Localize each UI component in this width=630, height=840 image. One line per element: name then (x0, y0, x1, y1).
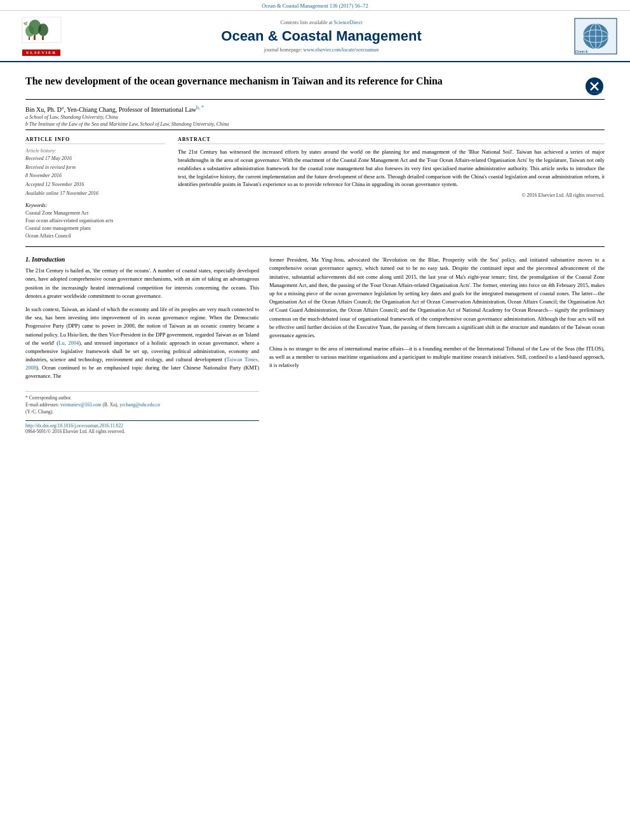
content-area: The new development of the ocean governa… (0, 62, 630, 441)
citation-text: Ocean & Coastal Management 136 (2017) 56… (262, 3, 368, 9)
ref-taiwan-link[interactable]: Taiwan Times, 2008 (25, 356, 259, 371)
intro-section-title: 1. Introduction (25, 256, 259, 263)
journal-title-area: Contents lists available at ScienceDirec… (76, 20, 566, 53)
svg-text:Ocean &: Ocean & (575, 50, 588, 53)
affiliation-a: a School of Law, Shandong University, Ch… (25, 114, 605, 120)
footnote-section: * Corresponding author. E-mail addresses… (25, 391, 259, 416)
ref-lu-link[interactable]: Lu, 2004 (58, 340, 79, 346)
globe-icon: Ocean & Coastal Mgmt (574, 18, 617, 55)
revised-date: Received in revised form 8 November 2016 (25, 164, 165, 180)
copyright-line: © 2016 Elsevier Ltd. All rights reserved… (178, 192, 605, 198)
elsevier-logo-area: 🌿 ELSEVIER (13, 16, 76, 56)
journal-main-title: Ocean & Coastal Management (76, 28, 566, 44)
email-link-2[interactable]: ycchang@sdu.edu.cn (119, 402, 160, 408)
svg-text:CrossMark: CrossMark (589, 91, 602, 94)
abstract-text: The 21st Century has witnessed the incre… (178, 148, 605, 189)
main-body: 1. Introduction The 21st Century is hail… (25, 247, 605, 434)
authors-section: Bin Xu, Ph. Da, Yen-Chiang Chang, Profes… (25, 100, 605, 130)
authors-line: Bin Xu, Ph. Da, Yen-Chiang Chang, Profes… (25, 105, 605, 113)
svg-point-3 (38, 23, 48, 36)
footnote-email: E-mail addresses: veintuniev@163.com (B.… (25, 401, 259, 416)
footnote-corresponding: * Corresponding author. (25, 394, 259, 401)
crossmark-icon: CrossMark (586, 77, 603, 95)
journal-homepage: journal homepage: www.elsevier.com/locat… (76, 47, 566, 53)
crossmark-area: CrossMark (586, 77, 605, 95)
intro-paragraph-1: The 21st Century is hailed as, 'the cent… (25, 267, 259, 300)
history-label: Article history: (25, 148, 165, 154)
svg-rect-6 (42, 36, 44, 40)
article-info-column: ARTICLE INFO Article history: Received 1… (25, 137, 165, 240)
author-chang: , Yen-Chiang Chang, Professor of Interna… (64, 106, 197, 113)
article-dates: Received 17 May 2016 Received in revised… (25, 155, 165, 197)
author-super-b: b, * (196, 105, 204, 110)
journal-citation: Ocean & Coastal Management 136 (2017) 56… (0, 0, 630, 11)
right-column: former President, Ma Ying-Jeou, advocate… (269, 256, 605, 434)
keyword-4: Ocean Affairs Council (25, 232, 165, 240)
affiliation-b: b The Institute of the Law of the Sea an… (25, 121, 605, 127)
right-paragraph-1: former President, Ma Ying-Jeou, advocate… (269, 256, 605, 340)
sciencedirect-line: Contents lists available at ScienceDirec… (76, 20, 566, 25)
article-title: The new development of the ocean governa… (25, 75, 443, 88)
keyword-2: Four ocean affairs-related organisation … (25, 217, 165, 225)
svg-point-4 (25, 25, 34, 37)
doi-link: http://dx.doi.org/10.1016/j.ocecoaman.20… (25, 423, 259, 429)
globe-icon-area: Ocean & Coastal Mgmt (566, 18, 617, 55)
available-date: Available online 17 November 2016 (25, 190, 165, 198)
author-bin-xu: Bin Xu, Ph. D (25, 106, 62, 113)
svg-rect-5 (34, 35, 36, 40)
doi-href[interactable]: http://dx.doi.org/10.1016/j.ocecoaman.20… (25, 423, 123, 429)
article-info-abstract: ARTICLE INFO Article history: Received 1… (25, 130, 605, 247)
received-date: Received 17 May 2016 (25, 155, 165, 163)
journal-header: 🌿 ELSEVIER Contents lists available at S… (0, 11, 630, 62)
keywords-label: Keywords: (25, 203, 165, 208)
svg-rect-7 (29, 37, 30, 40)
doi-section: http://dx.doi.org/10.1016/j.ocecoaman.20… (25, 420, 259, 434)
svg-text:🌿: 🌿 (23, 22, 28, 26)
right-paragraph-2: China is no stranger to the area of inte… (269, 345, 605, 370)
email-link-1[interactable]: veintuniev@163.com (60, 402, 102, 408)
article-info-header: ARTICLE INFO (25, 137, 165, 144)
left-column: 1. Introduction The 21st Century is hail… (25, 256, 259, 434)
abstract-column: ABSTRACT The 21st Century has witnessed … (178, 137, 605, 240)
accepted-date: Accepted 12 November 2016 (25, 181, 165, 189)
intro-paragraph-2: In such context, Taiwan, an island of wh… (25, 305, 259, 381)
homepage-link[interactable]: www.elsevier.com/locate/ocecoaman (304, 47, 379, 53)
keyword-3: Coastal zone management plans (25, 225, 165, 232)
abstract-header: ABSTRACT (178, 137, 605, 144)
keyword-1: Coastal Zone Management Act (25, 210, 165, 217)
elsevier-tree-icon: 🌿 (21, 16, 62, 49)
issn-text: 0964-5691/© 2016 Elsevier Ltd. All right… (25, 429, 259, 434)
article-title-section: The new development of the ocean governa… (25, 69, 605, 100)
sciencedirect-link[interactable]: ScienceDirect (334, 20, 363, 25)
elsevier-brand-box: ELSEVIER (22, 50, 60, 56)
